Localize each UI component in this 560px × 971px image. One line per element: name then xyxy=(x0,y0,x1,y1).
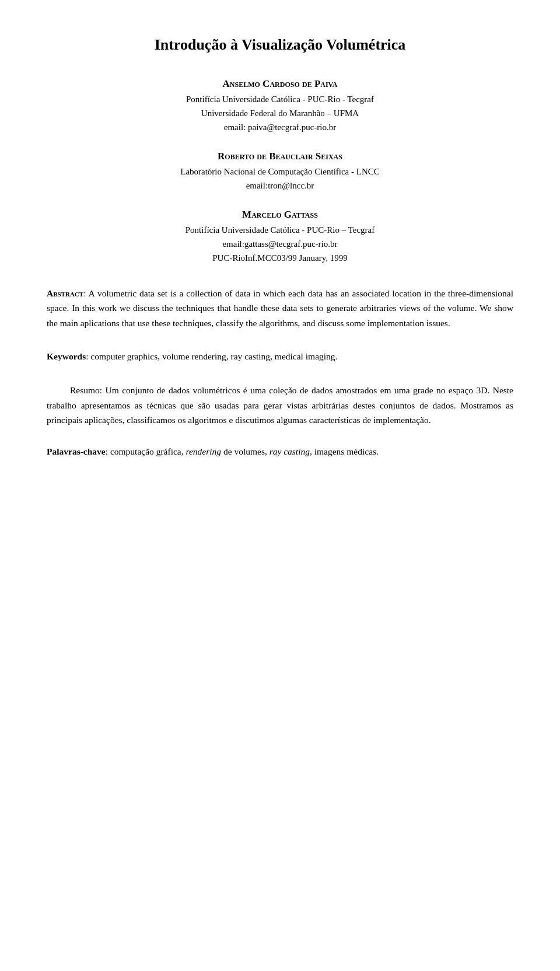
author-3-name: Marcelo Gattass xyxy=(47,209,513,221)
abstract-text: Abstract: A volumetric data set is a col… xyxy=(47,286,513,331)
keywords-section: Keywords: computer graphics, volume rend… xyxy=(47,349,513,364)
abstract-body: : A volumetric data set is a collection … xyxy=(47,288,513,328)
author-3: Marcelo Gattass Pontifícia Universidade … xyxy=(47,209,513,265)
author-1-name: Anselmo Cardoso de Paiva xyxy=(47,78,513,90)
palavras-italic-1: rendering xyxy=(186,446,221,456)
resumo-text: Resumo: Um conjunto de dados volumétrico… xyxy=(47,383,513,428)
palavras-text-before: : computação gráfica, xyxy=(106,446,186,456)
page-title: Introdução à Visualização Volumétrica xyxy=(47,35,513,55)
keywords-body: : computer graphics, volume rendering, r… xyxy=(86,351,337,361)
resumo-section: Resumo: Um conjunto de dados volumétrico… xyxy=(47,383,513,428)
author-2-affiliation1: Laboratório Nacional de Computação Cient… xyxy=(47,165,513,179)
author-3-affiliation1: Pontifícia Universidade Católica - PUC-R… xyxy=(47,223,513,237)
palavras-label: Palavras-chave xyxy=(47,446,106,456)
palavras-text-mid2: , imagens médicas. xyxy=(310,446,379,456)
keywords-label: Keywords xyxy=(47,351,86,361)
palavras-text: Palavras-chave: computação gráfica, rend… xyxy=(47,444,513,459)
author-1-affiliation2: Universidade Federal do Maranhão – UFMA xyxy=(47,106,513,120)
author-2-name: Roberto de Beauclair Seixas xyxy=(47,151,513,162)
palavras-text-mid1: de volumes, xyxy=(221,446,270,456)
palavras-section: Palavras-chave: computação gráfica, rend… xyxy=(47,444,513,459)
author-3-email: email:gattass@tecgraf.puc-rio.br xyxy=(47,237,513,251)
page-content: Introdução à Visualização Volumétrica An… xyxy=(47,35,513,459)
author-1-affiliation1: Pontifícia Universidade Católica - PUC-R… xyxy=(47,92,513,106)
author-2: Roberto de Beauclair Seixas Laboratório … xyxy=(47,151,513,193)
abstract-section: Abstract: A volumetric data set is a col… xyxy=(47,286,513,331)
author-1-email: email: paiva@tecgraf.puc-rio.br xyxy=(47,120,513,134)
author-3-report: PUC-RioInf.MCC03/99 January, 1999 xyxy=(47,251,513,265)
abstract-label: Abstract xyxy=(47,288,83,298)
palavras-italic-2: ray casting xyxy=(270,446,310,456)
author-2-email: email:tron@lncc.br xyxy=(47,179,513,193)
keywords-text: Keywords: computer graphics, volume rend… xyxy=(47,349,513,364)
author-1: Anselmo Cardoso de Paiva Pontifícia Univ… xyxy=(47,78,513,134)
